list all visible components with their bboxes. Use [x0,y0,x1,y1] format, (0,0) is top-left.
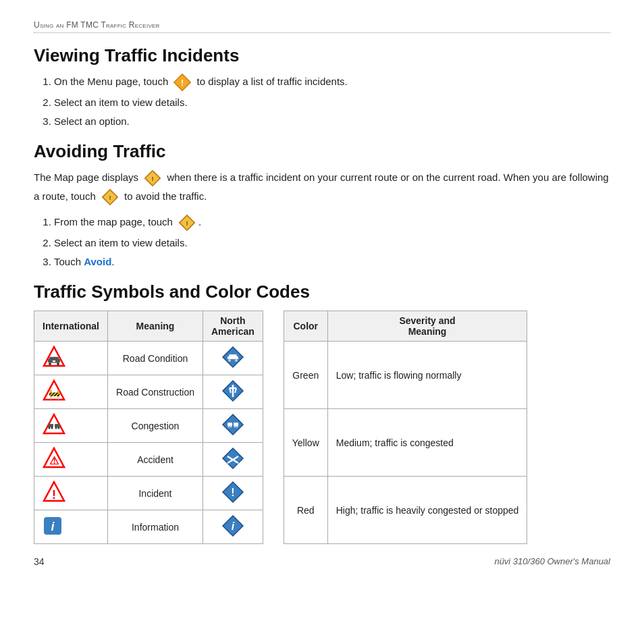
svg-marker-31 [44,414,64,433]
traffic-route-icon: ! [101,188,119,207]
table-row: Green Low; traffic is flowing normally [284,342,527,409]
table-row: Yellow Medium; traffic is congested [284,409,527,477]
section2-paragraph: The Map page displays ! when there is a … [34,169,610,207]
na-icon-information: i [203,510,263,544]
svg-text:⚠: ⚠ [49,455,59,466]
svg-text:i: i [232,520,235,532]
svg-marker-47 [223,448,243,468]
symbols-table: International Meaning NorthAmerican [34,311,263,544]
page-header: Using an FM TMC Traffic Receiver [34,20,610,33]
na-icon-road-condition [203,342,263,375]
meaning-yellow: Medium; traffic is congested [327,409,527,477]
svg-rect-19 [229,354,237,359]
severity-table: Color Severity andMeaning Green Low; tra… [284,311,528,544]
table-row: 🚧 Road Construction [34,375,263,409]
meaning-green: Low; traffic is flowing normally [327,342,527,409]
intl-icon-road-condition [34,342,108,375]
page-number: 34 [34,556,45,567]
svg-text:!: ! [52,488,56,502]
svg-rect-32 [48,424,53,427]
svg-point-36 [55,427,57,429]
color-red: Red [284,477,327,544]
svg-rect-13 [48,359,51,363]
section2-step1: From the map page, touch ! . [54,213,610,232]
section2-step2: Select an item to view details. [54,236,610,251]
traffic-incident-icon: ! [173,73,192,92]
table-row: ⚠ Accident [34,443,263,477]
section2-step3: Touch Avoid. [54,254,610,270]
manual-title: nüvi 310/360 Owner's Manual [494,556,610,567]
section1-step3: Select an option. [54,114,610,130]
table-row: Road Condition [34,342,263,375]
intl-icon-congestion [34,409,108,443]
intl-icon-information: i [34,510,108,544]
color-yellow: Yellow [284,409,327,477]
na-icon-accident [203,443,263,477]
intl-icon-road-construction: 🚧 [34,375,108,409]
intl-icon-accident: ⚠ [34,443,108,477]
svg-point-35 [51,427,53,429]
header-text: Using an FM TMC Traffic Receiver [34,20,160,30]
table-row: Red High; traffic is heavily congested o… [284,477,527,544]
section3-title: Traffic Symbols and Color Codes [34,281,610,302]
col-color: Color [284,311,327,342]
tables-wrapper: International Meaning NorthAmerican [34,311,610,544]
page-footer: 34 nüvi 310/360 Owner's Manual [34,556,610,567]
table-row: Congestion [34,409,263,443]
intl-icon-incident: ! [34,477,108,510]
svg-point-42 [230,426,232,428]
svg-rect-40 [234,423,238,426]
svg-marker-38 [223,414,243,435]
svg-point-37 [58,427,60,429]
svg-text:🚧: 🚧 [49,389,61,400]
avoid-link[interactable]: Avoid [84,256,111,267]
meaning-red: High; traffic is heavily congested or st… [327,477,527,544]
section1-step2: Select an item to view details. [54,95,610,111]
section-traffic-symbols: Traffic Symbols and Color Codes Internat… [34,281,610,544]
svg-text:!: ! [181,78,184,88]
meaning-incident: Incident [108,477,203,510]
meaning-congestion: Congestion [108,409,203,443]
na-icon-incident: ! [203,477,263,510]
color-green: Green [284,342,327,409]
section-avoiding-traffic: Avoiding Traffic The Map page displays !… [34,141,610,269]
svg-rect-33 [55,424,60,427]
meaning-road-condition: Road Condition [108,342,203,375]
svg-rect-14 [57,359,60,363]
svg-rect-39 [227,423,232,426]
col-international: International [34,311,108,342]
table-row: i Information i [34,510,263,544]
svg-point-15 [49,363,51,365]
section1-steps: On the Menu page, touch ! to display a l… [54,73,610,129]
svg-point-16 [57,363,59,365]
section2-title: Avoiding Traffic [34,141,610,162]
section1-step1: On the Menu page, touch ! to display a l… [54,73,610,92]
meaning-information: Information [108,510,203,544]
svg-rect-17 [53,360,55,362]
svg-text:!: ! [109,194,111,201]
meaning-road-construction: Road Construction [108,375,203,409]
section2-steps: From the map page, touch ! . Select an i… [54,213,610,269]
svg-point-22 [228,359,231,362]
meaning-accident: Accident [108,443,203,477]
page-container: Using an FM TMC Traffic Receiver Viewing… [0,0,644,581]
svg-text:!: ! [231,487,234,498]
table-row: ! Incident ! [34,477,263,510]
col-north-american: NorthAmerican [203,311,263,342]
svg-point-44 [236,426,238,428]
svg-text:!: ! [152,175,154,182]
svg-point-34 [49,427,51,429]
col-meaning: Meaning [108,311,203,342]
na-icon-road-construction [203,375,263,409]
svg-point-43 [234,426,236,428]
svg-point-23 [235,359,238,362]
na-icon-congestion [203,409,263,443]
svg-rect-20 [227,356,230,359]
svg-marker-11 [44,347,64,366]
traffic-map-icon: ! [143,169,162,188]
svg-text:!: ! [186,219,188,227]
svg-rect-21 [236,356,238,359]
map-touch-icon: ! [178,213,196,232]
svg-point-41 [227,426,230,428]
section-viewing-traffic: Viewing Traffic Incidents On the Menu pa… [34,45,610,129]
